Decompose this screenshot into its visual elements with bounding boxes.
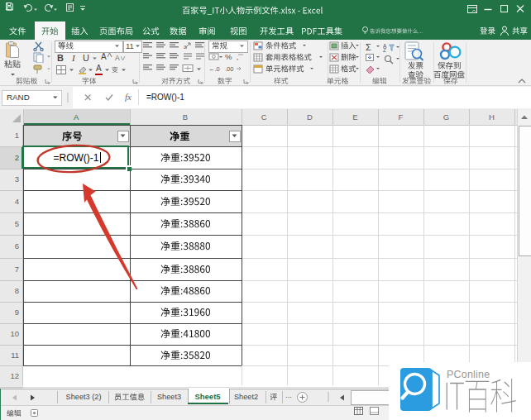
svg-text:.00: .00 bbox=[225, 65, 233, 73]
svg-text:←.0: ←.0 bbox=[208, 65, 220, 73]
svg-text:,: , bbox=[237, 53, 238, 61]
svg-text:a: a bbox=[184, 44, 187, 50]
svg-text:Z: Z bbox=[383, 47, 386, 52]
